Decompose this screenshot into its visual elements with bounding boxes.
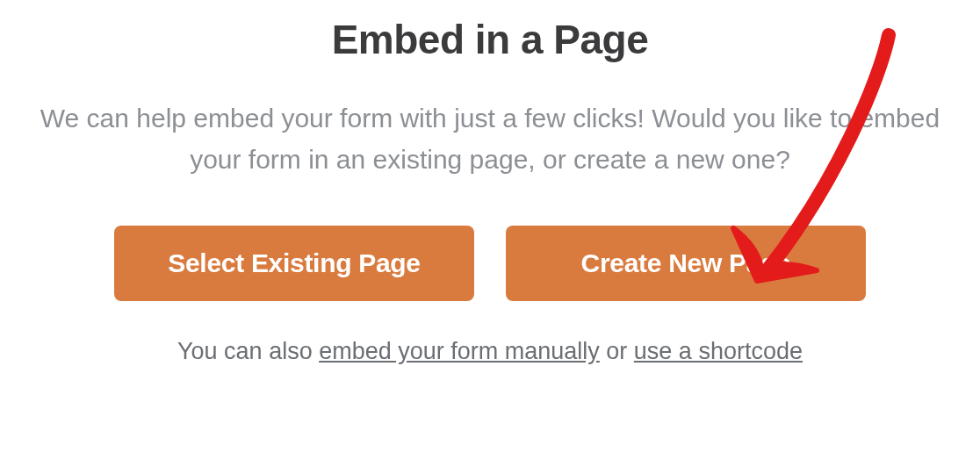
button-row: Select Existing Page Create New Page xyxy=(0,226,980,301)
footer-prefix: You can also xyxy=(177,338,319,364)
footer-separator: or xyxy=(600,338,634,364)
footer-text: You can also embed your form manually or… xyxy=(0,338,980,365)
embed-modal: Embed in a Page We can help embed your f… xyxy=(0,0,980,365)
select-existing-page-button[interactable]: Select Existing Page xyxy=(114,226,474,301)
use-shortcode-link[interactable]: use a shortcode xyxy=(634,338,803,364)
modal-subtitle: We can help embed your form with just a … xyxy=(0,98,980,180)
modal-title: Embed in a Page xyxy=(0,16,980,63)
create-new-page-button[interactable]: Create New Page xyxy=(506,226,866,301)
embed-manually-link[interactable]: embed your form manually xyxy=(319,338,600,364)
